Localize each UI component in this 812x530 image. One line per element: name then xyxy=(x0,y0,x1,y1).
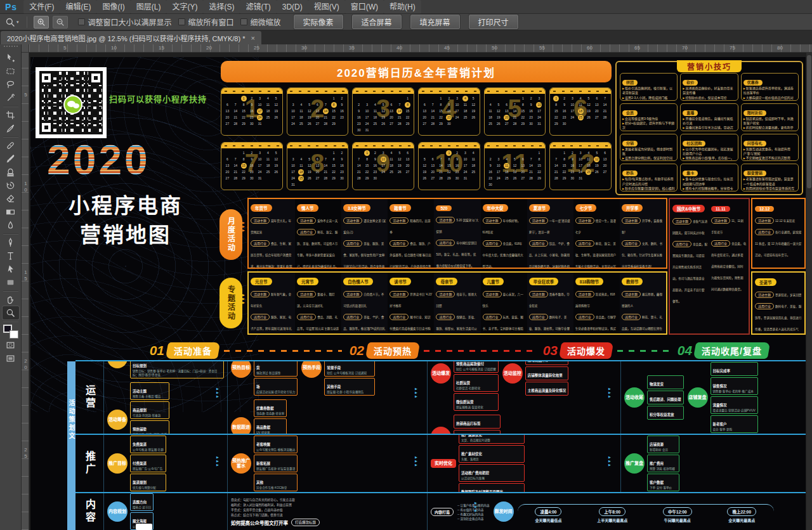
move-tool[interactable] xyxy=(3,51,19,65)
mind-item: 优惠券数据领券数·用券数·转化率 xyxy=(254,399,287,417)
calendar-days: 1234567891011121314151617181920212223242… xyxy=(287,94,348,127)
calendar-weekday-row xyxy=(419,88,480,94)
time-slot: 中午12:00午间曝光最高点 xyxy=(663,507,692,523)
hand-tool[interactable] xyxy=(3,293,19,306)
zoom-tool-preset[interactable]: ▾ xyxy=(4,16,20,29)
checkbox-调整窗口大小以满屏显示[interactable]: 调整窗口大小以满屏显示 xyxy=(78,16,172,27)
shape-tool[interactable] xyxy=(3,276,19,289)
panel-grip[interactable] xyxy=(4,46,18,49)
mind-node-店铺复盘: 店铺复盘 xyxy=(688,387,708,408)
rect-marquee-tool[interactable] xyxy=(3,65,19,78)
time-pill: 上午8:00 xyxy=(599,507,625,516)
ruler-label: 35 xyxy=(349,45,355,51)
zone-industry: 适用行业各行业通用，延续双 11 热度，双 12 为年终最后一波大促活动，可提前… xyxy=(755,224,802,259)
horizontal-ruler[interactable]: 5101520253035404550556065707580 xyxy=(29,44,812,53)
mind-cluster: 活动收尾物流发货售后跟进、问题处理积分等权益发放 xyxy=(624,375,684,420)
type-tool[interactable] xyxy=(3,249,19,262)
calendar-weekday-row xyxy=(353,143,414,148)
flow-arrows-icon: ▶ ▶ ▶ xyxy=(608,455,611,467)
activity-name: 年货节 xyxy=(251,204,272,212)
checkbox-缩放所有窗口[interactable]: 缩放所有窗口 xyxy=(178,16,234,27)
gradient-tool[interactable] xyxy=(3,205,19,219)
screen-mode-button[interactable] xyxy=(3,352,19,365)
calendar-weekday-row xyxy=(287,88,348,94)
path-select-tool[interactable] xyxy=(3,262,19,276)
menu-3D(D)[interactable]: 3D(D) xyxy=(277,0,308,14)
crop-tool[interactable] xyxy=(3,108,19,122)
ruler-label: 15 xyxy=(23,269,29,282)
canvas-area[interactable]: 扫码可以获得小程序扶持 2020 小程序电商 营销地图 2020营销日历&全年营… xyxy=(29,53,812,530)
checkbox-细微缩放[interactable]: 细微缩放 xyxy=(240,16,281,27)
mind-node-预热手段: 预热手段 xyxy=(301,361,322,378)
quick-mask-button[interactable] xyxy=(3,339,19,352)
eraser-tool[interactable] xyxy=(3,192,19,205)
vertical-scrollbar[interactable] xyxy=(806,53,812,530)
menu-窗口(W)[interactable]: 窗口(W) xyxy=(345,0,384,14)
activity-column-毕业狂欢季: 毕业狂欢季活动主题青春不散场，毕业狂欢适用行业数码电子、美妆、服饰、旅拍等，可做… xyxy=(527,273,573,333)
document-tab[interactable]: 2020小程序电商营销地图.jpg @ 12.5% (扫码可以获得小程序扶持, … xyxy=(1,31,261,44)
menu-图像(I)[interactable]: 图像(I) xyxy=(96,0,130,14)
scrollbar-thumb[interactable] xyxy=(807,55,811,188)
shape-icon xyxy=(6,278,15,287)
tip-card: 限时折扣▶制造紧迫感，促成即时下单，刺激新客户转化▶折扣时段配合流量高峰，更有利… xyxy=(741,103,799,131)
monthly-activity-pill: 月度活动 xyxy=(219,209,242,260)
tip-label: 分销 xyxy=(622,141,638,146)
menu-图层(L)[interactable]: 图层(L) xyxy=(131,0,167,14)
vertical-ruler[interactable]: 510152025 xyxy=(22,53,29,530)
mind-item: 活动主题预售节奏·主推品·赠品 xyxy=(130,382,169,400)
history-brush-tool[interactable] xyxy=(3,179,19,192)
ruler-label: 50 xyxy=(492,45,497,51)
填充屏幕-button[interactable]: 填充屏幕 xyxy=(410,15,460,29)
menu-滤镜(T)[interactable]: 滤镜(T) xyxy=(240,0,276,14)
close-icon[interactable]: × xyxy=(251,34,254,42)
chevron-down-icon: ▾ xyxy=(16,20,19,25)
适合屏幕-button[interactable]: 适合屏幕 xyxy=(352,15,402,29)
menu-选择(S)[interactable]: 选择(S) xyxy=(203,0,240,14)
mind-item: 主推商品流量及转化情况 xyxy=(525,382,569,396)
spot-healing-tool[interactable] xyxy=(3,139,19,152)
activity-column-开学季: 开学季活动主题开学季，装备焕新!适用行业文具、数码、书包、箱包等，针对学生及家长… xyxy=(620,199,666,268)
zoom-in-button[interactable] xyxy=(34,16,49,29)
menu-视图(V)[interactable]: 视图(V) xyxy=(308,0,345,14)
eyedropper-tool[interactable] xyxy=(3,122,19,135)
phase-badge: 活动预热 xyxy=(365,342,421,359)
tip-label: 限时折扣 xyxy=(743,110,766,116)
clone-stamp-icon xyxy=(6,167,15,177)
mind-node-推广复盘: 推广复盘 xyxy=(624,453,645,474)
spot-healing-icon xyxy=(6,141,15,150)
calendar-month-5: 5123456789101112131415161718192021222324… xyxy=(484,87,546,136)
pen-tool[interactable] xyxy=(3,236,19,249)
menu-文字(Y)[interactable]: 文字(Y) xyxy=(166,0,203,14)
menu-帮助(H)[interactable]: 帮助(H) xyxy=(384,0,421,14)
color-swatches[interactable] xyxy=(3,325,18,339)
blur-tool[interactable] xyxy=(3,219,19,232)
background-color[interactable] xyxy=(10,330,18,339)
mind-cluster: 推广目标免费渠道公众号推送·朋友圈·社群付费渠道朋友圈广告·公众号广告渠道规划优… xyxy=(107,436,166,491)
activity-industry: 适用行业玩具、童装、图书、亲子等，宝妈群体可主推陪伴，给孩子一个快乐童年。 xyxy=(483,309,525,333)
magic-wand-tool[interactable] xyxy=(3,91,19,105)
打印尺寸-button[interactable]: 打印尺寸 xyxy=(469,15,518,29)
lasso-tool[interactable] xyxy=(3,78,19,91)
activity-column-儿童节: 儿童节活动主题童心未泯，六一快乐适用行业玩具、童装、图书、亲子等，宝妈群体可主推… xyxy=(481,273,527,333)
activity-industry: 适用行业美妆、个护、食品、服饰等，推出'跟TA说的回礼好物'，设置多款爆款商品，… xyxy=(343,309,386,333)
zoom-out-button[interactable] xyxy=(53,16,68,29)
menu-编辑(E)[interactable]: 编辑(E) xyxy=(60,0,96,14)
brush-tool[interactable] xyxy=(3,152,19,165)
calendar-month-7: 7123456789101112131415161718192021222324… xyxy=(221,142,283,190)
tip-bullet: ▶秒杀库存限量(饥饿营销)，核心福利营造抢购氛围，营造秒杀氛围 xyxy=(622,186,675,191)
tool-options-bar: ▾ 调整窗口大小以满屏显示缩放所有窗口细微缩放 实际像素适合屏幕填充屏幕打印尺寸 xyxy=(0,14,812,30)
tips-title: 营销小技巧 xyxy=(677,60,742,72)
mind-cluster: 活动监控活动商品库存店铺整体流量转化效果主推商品流量及转化情况 xyxy=(502,361,569,396)
ruler-label: 80 xyxy=(777,45,783,51)
tip-bullet: ▶利用拼团/砍价等带有裂变性质的互动玩法组成活动，形成矩阵式引流 xyxy=(743,186,796,191)
formula-heading: 如何提高公众号图文打开率 xyxy=(231,519,288,526)
mind-items: 营销活动预售定金膨胀·优惠券预发·收藏有礼常规手段短信·公众号模板消息·订阅通知… xyxy=(324,361,375,396)
实际像素-button[interactable]: 实际像素 xyxy=(294,15,343,29)
zoom-icon xyxy=(6,308,15,318)
activity-industry: 适用行业饮品、个护、食品、水上乐园、小家电、防暑用品可推防晒专场，冰爽好物不停歇… xyxy=(529,236,572,268)
mind-cell: 推广复盘渠道数据完成度完成量对比·付费成本店铺资源新增粉丝·会员推广费用预算·消… xyxy=(620,435,777,492)
zone-theme: 活动主题12.12 年末狂欢 xyxy=(755,213,802,224)
menu-文件(F)[interactable]: 文件(F) xyxy=(23,0,60,14)
zoom-tool[interactable] xyxy=(3,306,19,320)
clone-stamp-tool[interactable] xyxy=(3,165,19,179)
